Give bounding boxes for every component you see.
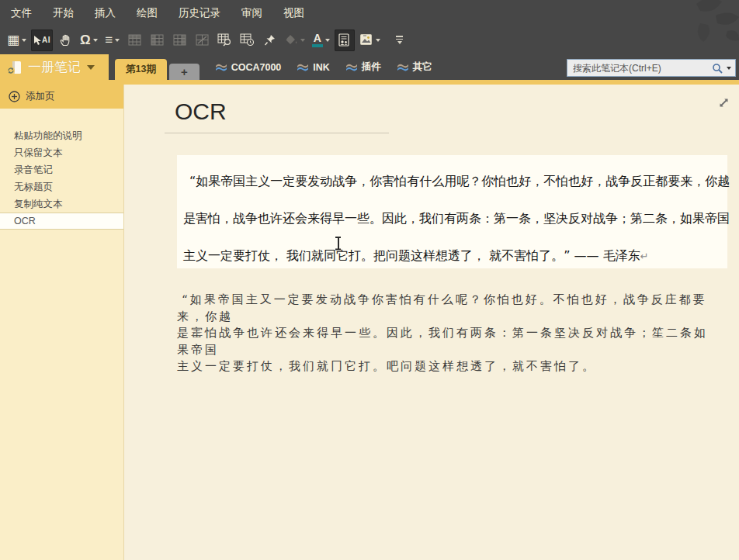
table-insert-left-button[interactable]: [147, 29, 168, 51]
pin-icon: [264, 34, 276, 47]
chevron-down-icon: [397, 41, 402, 44]
menu-view[interactable]: 视图: [283, 6, 304, 20]
ocr-people-button[interactable]: [335, 29, 355, 51]
table-insert-left-icon: [151, 34, 164, 46]
table-insert-right-button[interactable]: [170, 29, 190, 51]
chevron-down-icon: [87, 65, 95, 70]
section-group-icon: [297, 62, 309, 72]
quote-text-container[interactable]: “如果帝国主义一定要发动战争，你害怕有什么用呢？你怕也好，不怕也好，战争反正都要…: [177, 155, 727, 268]
notebook-header-row: 一册笔记 第13期 + COCA7000 INK 插件 其它: [0, 54, 739, 80]
chevron-down-icon: [376, 39, 380, 42]
ocr-line: 主义一定要打仗，我们就冂它打。吧问题这样想透了，就不害怕了。: [177, 358, 736, 375]
omega-icon: Ω: [80, 33, 91, 48]
ocr-line: “如果帝国主又一定要发动战争你害怕有什么呢？你怕也好。不怕也好，战争反庄都要: [177, 292, 736, 309]
tab-ink[interactable]: INK: [297, 54, 330, 80]
notebook-title: 一册笔记: [28, 58, 81, 76]
table-insert-above-button[interactable]: [125, 29, 145, 51]
table-insert-right-icon: [173, 34, 186, 46]
document-people-icon: [338, 33, 351, 47]
align-lines-icon: ≡: [105, 33, 113, 48]
menu-bar: 文件 开始 插入 绘图 历史记录 审阅 视图: [0, 0, 739, 26]
pin-button[interactable]: [260, 29, 280, 51]
notebook-switcher[interactable]: 一册笔记: [0, 54, 109, 80]
ocr-line: 果帝国: [177, 342, 736, 359]
select-text-label: AI: [42, 36, 50, 44]
search-scope-chevron-icon[interactable]: [727, 67, 731, 70]
symbol-button[interactable]: Ω: [78, 29, 100, 51]
chevron-down-icon: [93, 39, 98, 42]
chevron-down-icon: [115, 39, 120, 42]
highlight-fill-button[interactable]: [283, 29, 307, 51]
chevron-down-icon: [325, 39, 330, 42]
page-list: 粘贴功能的说明 只保留文本 录音笔记 无标题页 复制纯文本 OCR: [0, 127, 123, 230]
menu-insert[interactable]: 插入: [95, 6, 116, 20]
section-group-icon: [345, 62, 358, 72]
tab-other[interactable]: 其它: [397, 54, 432, 80]
notebook-sync-icon: [6, 59, 23, 76]
table-delete-button[interactable]: [193, 29, 213, 51]
add-page-button[interactable]: 添加页: [0, 85, 123, 109]
chevron-down-icon: [22, 39, 26, 42]
hand-icon: [60, 34, 71, 47]
section-tab-strip: 第13期 + COCA7000 INK 插件 其它: [109, 54, 567, 80]
find-in-table-button[interactable]: [215, 29, 235, 51]
quick-access-toolbar: ▦ AI Ω ≡ A: [0, 26, 739, 54]
page-canvas[interactable]: OCR “如果帝国主义一定要发动战争，你害怕有什么用呢？你怕也好，不怕也好，战争…: [125, 85, 739, 560]
notebook-search-box[interactable]: [567, 59, 736, 77]
table-icon: ▦: [7, 33, 19, 47]
menu-history[interactable]: 历史记录: [179, 6, 220, 20]
page-item-keep-text[interactable]: 只保留文本: [0, 144, 123, 161]
expand-page-icon[interactable]: [718, 97, 730, 109]
quote-line: 主义一定要打仗， 我们就同它打。把问题这样想透了， 就不害怕了。” —— 毛泽东…: [183, 237, 721, 275]
pan-tool-button[interactable]: [55, 29, 75, 51]
search-input[interactable]: [573, 63, 712, 74]
add-page-label: 添加页: [26, 90, 55, 103]
quote-line: “如果帝国主义一定要发动战争，你害怕有什么用呢？你怕也好，不怕也好，战争反正都要…: [183, 163, 721, 200]
paint-bucket-icon: [285, 34, 298, 46]
table-clock-icon: [240, 33, 255, 47]
section-group-icon: [397, 62, 409, 72]
quote-line: 是害怕，战争也许还会来得早一些。因此，我们有两条：第一条，坚决反对战争；第二条，…: [183, 200, 721, 237]
overflow-icon: [396, 36, 403, 37]
section-group-icon: [215, 62, 227, 72]
page-item-paste-help[interactable]: 粘贴功能的说明: [0, 127, 123, 144]
tab-label: COCA7000: [231, 62, 282, 73]
cursor-icon: [33, 35, 42, 46]
paragraph-return-mark: ↵: [640, 251, 649, 262]
menu-home[interactable]: 开始: [53, 6, 74, 20]
plus-circle-icon: [9, 91, 20, 102]
chevron-down-icon: [300, 39, 305, 42]
ocr-line: 来，你越: [177, 309, 736, 326]
paragraph-style-button[interactable]: ≡: [102, 29, 123, 51]
page-item-copy-plain[interactable]: 复制纯文本: [0, 195, 123, 213]
table-insert-above-icon: [128, 34, 141, 46]
menu-draw[interactable]: 绘图: [137, 6, 158, 20]
table-delete-icon: [196, 34, 209, 46]
image-to-text-button[interactable]: [357, 29, 383, 51]
tab-plugins[interactable]: 插件: [345, 54, 381, 80]
insert-table-button[interactable]: ▦: [5, 29, 29, 51]
toolbar-overflow-button[interactable]: [390, 29, 410, 51]
select-text-tool-button[interactable]: AI: [31, 29, 53, 51]
page-sidebar: 添加页 粘贴功能的说明 只保留文本 录音笔记 无标题页 复制纯文本 OCR: [0, 85, 124, 560]
table-timestamp-button[interactable]: [238, 29, 258, 51]
page-item-audio-note[interactable]: 录音笔记: [0, 161, 123, 178]
table-search-icon: [217, 33, 232, 47]
page-item-ocr-selected[interactable]: OCR: [0, 213, 123, 230]
tab-label: 插件: [362, 60, 381, 74]
menu-file[interactable]: 文件: [11, 6, 32, 20]
tab-coca7000[interactable]: COCA7000: [215, 54, 282, 80]
tab-issue13-active[interactable]: 第13期: [115, 59, 167, 80]
page-title[interactable]: OCR: [175, 99, 227, 125]
menu-review[interactable]: 审阅: [241, 6, 262, 20]
add-section-tab[interactable]: +: [169, 64, 199, 80]
tab-label: INK: [313, 62, 330, 73]
search-icon[interactable]: [712, 63, 723, 74]
font-color-icon: A: [312, 33, 323, 47]
title-underline: [165, 133, 389, 133]
ocr-result-container[interactable]: “如果帝国主又一定要发动战争你害怕有什么呢？你怕也好。不怕也好，战争反庄都要 来…: [177, 292, 736, 375]
ocr-line: 是寚怕战争也许还会来得早一些。因此，我们有两条：第一条坚决反对战争；笙二条如: [177, 325, 736, 342]
page-item-untitled[interactable]: 无标题页: [0, 178, 123, 195]
document-image-icon: [359, 33, 373, 47]
font-color-button[interactable]: A: [310, 29, 332, 51]
